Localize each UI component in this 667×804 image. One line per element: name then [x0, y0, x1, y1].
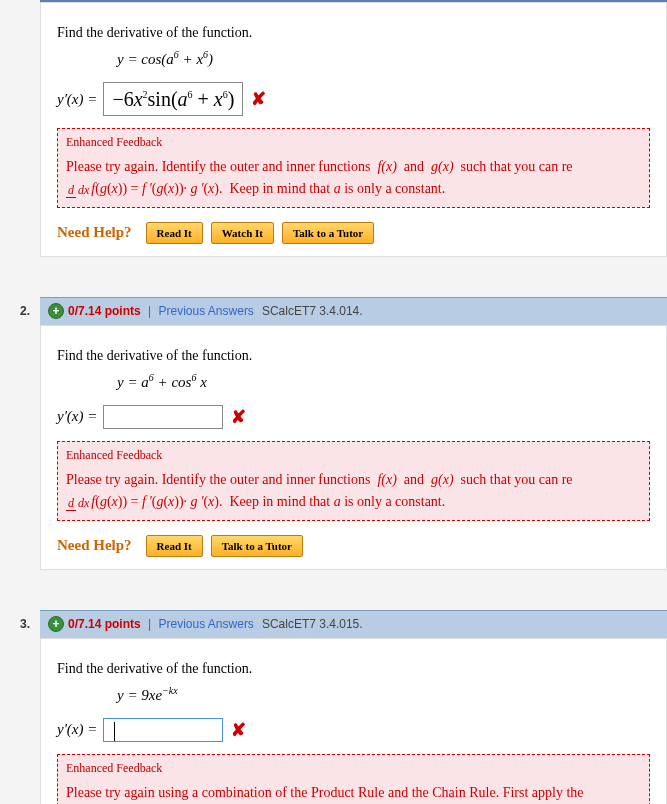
- points: 0/7.14 points: [68, 617, 141, 631]
- question-prompt: Find the derivative of the function.: [57, 25, 650, 41]
- read-it-button[interactable]: Read It: [146, 222, 203, 244]
- question-number: 3.: [20, 617, 40, 631]
- answer-row: y'(x) = ✘: [57, 405, 650, 429]
- talk-to-tutor-button[interactable]: Talk to a Tutor: [211, 535, 303, 557]
- answer-label: y'(x) =: [57, 408, 97, 425]
- answer-row: y'(x) = ​| ✘: [57, 718, 650, 742]
- question-number: 2.: [20, 304, 40, 318]
- need-help-label: Need Help?: [57, 224, 132, 241]
- plus-icon[interactable]: +: [48, 303, 64, 319]
- watch-it-button[interactable]: Watch It: [211, 222, 274, 244]
- feedback-box: Enhanced Feedback Please try again. Iden…: [57, 441, 650, 521]
- feedback-title: Enhanced Feedback: [66, 761, 641, 776]
- talk-to-tutor-button[interactable]: Talk to a Tutor: [282, 222, 374, 244]
- reference: SCalcET7 3.4.015.: [262, 617, 363, 631]
- feedback-title: Enhanced Feedback: [66, 448, 641, 463]
- answer-label: y'(x) =: [57, 721, 97, 738]
- answer-input-focused[interactable]: ​|: [103, 718, 223, 742]
- question-3-header: 3. + 0/7.14 points | Previous Answers SC…: [40, 610, 667, 638]
- question-3-body: Find the derivative of the function. y =…: [40, 638, 667, 804]
- question-2-body: Find the derivative of the function. y =…: [40, 325, 667, 570]
- question-1-body: Find the derivative of the function. y =…: [40, 2, 667, 257]
- feedback-title: Enhanced Feedback: [66, 135, 641, 150]
- need-help-row: Need Help? Read It Talk to a Tutor: [57, 535, 650, 557]
- x-icon: ✘: [231, 719, 246, 741]
- feedback-box: Enhanced Feedback Please try again. Iden…: [57, 128, 650, 208]
- answer-input-filled[interactable]: −6x2sin(a6 + x6): [103, 82, 243, 116]
- points: 0/7.14 points: [68, 304, 141, 318]
- feedback-body: Please try again. Identify the outer and…: [66, 469, 641, 514]
- equation: y = 9xe−kx: [117, 685, 650, 704]
- previous-answers-link[interactable]: Previous Answers: [159, 304, 254, 318]
- need-help-label: Need Help?: [57, 537, 132, 554]
- plus-icon[interactable]: +: [48, 616, 64, 632]
- equation: y = a6 + cos6 x: [117, 372, 650, 391]
- question-2-header: 2. + 0/7.14 points | Previous Answers SC…: [40, 297, 667, 325]
- answer-label: y'(x) =: [57, 91, 97, 108]
- need-help-row: Need Help? Read It Watch It Talk to a Tu…: [57, 222, 650, 244]
- answer-row: y'(x) = −6x2sin(a6 + x6) ✘: [57, 82, 650, 116]
- question-prompt: Find the derivative of the function.: [57, 661, 650, 677]
- read-it-button[interactable]: Read It: [146, 535, 203, 557]
- x-icon: ✘: [251, 88, 266, 110]
- answer-input-empty[interactable]: [103, 405, 223, 429]
- equation: y = cos(a6 + x6): [117, 49, 650, 68]
- feedback-box: Enhanced Feedback Please try again using…: [57, 754, 650, 804]
- feedback-body: Please try again using a combination of …: [66, 782, 641, 804]
- reference: SCalcET7 3.4.014.: [262, 304, 363, 318]
- x-icon: ✘: [231, 406, 246, 428]
- previous-answers-link[interactable]: Previous Answers: [159, 617, 254, 631]
- feedback-body: Please try again. Identify the outer and…: [66, 156, 641, 201]
- question-prompt: Find the derivative of the function.: [57, 348, 650, 364]
